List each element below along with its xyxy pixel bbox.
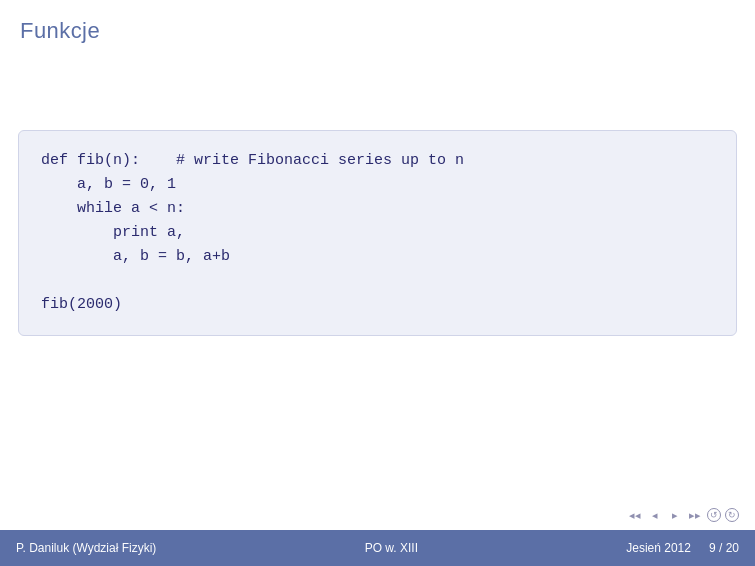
footer-author: P. Daniluk (Wydział Fizyki): [16, 541, 156, 555]
footer-date: Jesień 2012: [626, 541, 691, 555]
code-content: def fib(n): # write Fibonacci series up …: [41, 149, 714, 317]
slide: Funkcje def fib(n): # write Fibonacci se…: [0, 0, 755, 566]
nav-icon-circle-2[interactable]: ↻: [725, 508, 739, 522]
nav-icon-circle-1[interactable]: ↺: [707, 508, 721, 522]
footer-course: PO w. XIII: [365, 541, 418, 555]
footer-page: 9 / 20: [709, 541, 739, 555]
nav-icon-4[interactable]: ▸▸: [687, 508, 703, 522]
footer-right: Jesień 2012 9 / 20: [626, 541, 739, 555]
nav-icon-3[interactable]: ▸: [667, 508, 683, 522]
nav-icon-1[interactable]: ◂◂: [627, 508, 643, 522]
code-block: def fib(n): # write Fibonacci series up …: [18, 130, 737, 336]
nav-icons: ◂◂ ◂ ▸ ▸▸ ↺ ↻: [627, 508, 739, 522]
nav-icon-2[interactable]: ◂: [647, 508, 663, 522]
footer: P. Daniluk (Wydział Fizyki) PO w. XIII J…: [0, 530, 755, 566]
slide-title: Funkcje: [20, 18, 100, 44]
